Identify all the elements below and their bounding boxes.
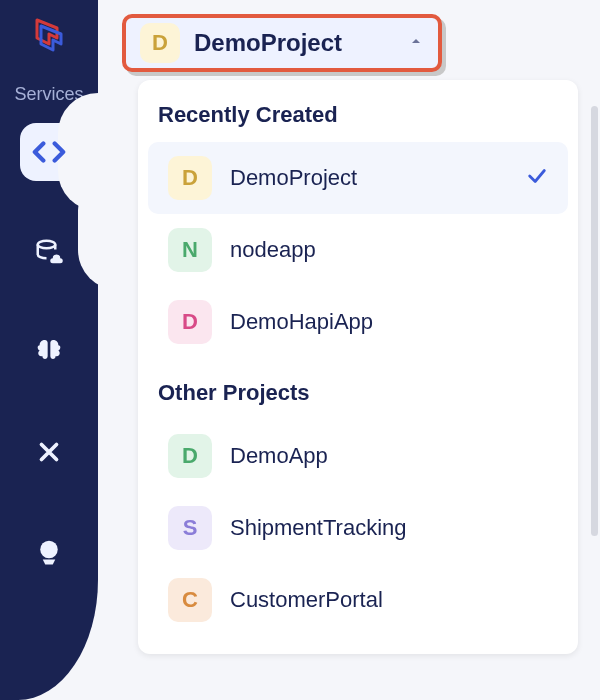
brand-logo: [27, 12, 71, 56]
project-label: DemoApp: [230, 443, 328, 469]
sidebar: Services: [0, 0, 98, 700]
project-label: DemoHapiApp: [230, 309, 373, 335]
project-item[interactable]: Nnodeapp: [148, 214, 568, 286]
section-other-title: Other Projects: [138, 358, 578, 420]
code-icon: [32, 135, 66, 169]
project-item[interactable]: CCustomerPortal: [148, 564, 568, 636]
sidebar-item-integrations[interactable]: [20, 423, 78, 481]
recent-list: DDemoProjectNnodeappDDemoHapiApp: [138, 142, 578, 358]
svg-point-1: [40, 541, 58, 559]
project-avatar: D: [168, 300, 212, 344]
project-dropdown: Recently Created DDemoProjectNnodeappDDe…: [138, 80, 578, 654]
section-recent-title: Recently Created: [138, 94, 578, 142]
project-label: ShipmentTracking: [230, 515, 406, 541]
project-item[interactable]: SShipmentTracking: [148, 492, 568, 564]
project-item[interactable]: DDemoHapiApp: [148, 286, 568, 358]
link-icon: [32, 435, 66, 469]
check-icon: [526, 165, 548, 191]
other-list: DDemoAppSShipmentTrackingCCustomerPortal: [138, 420, 578, 636]
caret-up-icon: [408, 33, 424, 53]
project-label: CustomerPortal: [230, 587, 383, 613]
project-selector[interactable]: D DemoProject: [122, 14, 442, 72]
project-avatar: S: [168, 506, 212, 550]
svg-point-0: [38, 241, 56, 249]
project-label: DemoProject: [230, 165, 357, 191]
selector-project-name: DemoProject: [194, 29, 342, 57]
project-label: nodeapp: [230, 237, 316, 263]
selector-avatar: D: [140, 23, 180, 63]
sidebar-item-code[interactable]: [20, 123, 78, 181]
project-avatar: C: [168, 578, 212, 622]
project-item[interactable]: DDemoProject: [148, 142, 568, 214]
scrollbar[interactable]: [591, 106, 598, 536]
project-item[interactable]: DDemoApp: [148, 420, 568, 492]
sidebar-item-ai[interactable]: [20, 323, 78, 381]
sidebar-item-database[interactable]: [20, 223, 78, 281]
project-avatar: D: [168, 434, 212, 478]
database-cloud-icon: [32, 235, 66, 269]
project-avatar: N: [168, 228, 212, 272]
project-avatar: D: [168, 156, 212, 200]
crystal-ball-icon: [32, 535, 66, 569]
brain-icon: [32, 335, 66, 369]
sidebar-item-insights[interactable]: [20, 523, 78, 581]
